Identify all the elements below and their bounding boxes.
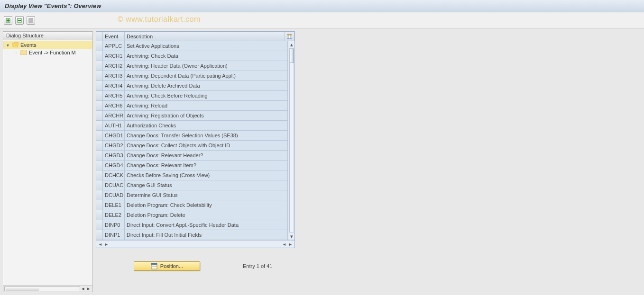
cell-description: Deletion Program: Delete (125, 210, 288, 220)
expand-subtree-icon (6, 18, 10, 23)
table-row[interactable]: CHGD2 Change Docs: Collect Objects with … (96, 141, 288, 151)
position-icon (151, 263, 157, 269)
toolbar-button-3[interactable] (27, 16, 35, 25)
cell-event: CHGD1 (103, 131, 125, 140)
table-row[interactable]: DCUAD Determine GUI Status (96, 190, 288, 200)
cell-event: DCUAD (103, 190, 125, 200)
row-selector[interactable] (96, 81, 103, 90)
cell-event: ARCH3 (103, 71, 125, 80)
dialog-structure-header: Dialog Structure (3, 32, 92, 40)
column-header-description[interactable]: Description (125, 32, 285, 41)
cell-description: Deletion Program: Check Deletability (125, 200, 288, 210)
tree-node-event-function[interactable]: · Event -> Function M (3, 49, 92, 56)
row-selector[interactable] (96, 151, 103, 160)
scroll-right-icon[interactable]: ▸ (103, 241, 110, 247)
row-selector[interactable] (96, 220, 103, 230)
cell-event: ARCH6 (103, 101, 125, 110)
row-selector[interactable] (96, 61, 103, 71)
application-toolbar: © www.tutorialkart.com (0, 12, 644, 28)
position-button-label: Position... (160, 263, 183, 269)
table-row[interactable]: AUTH1 Authorization Checks (96, 121, 288, 131)
row-selector[interactable] (96, 111, 103, 120)
dialog-structure-panel: Dialog Structure ▾ Events · Event -> Fun… (3, 31, 93, 292)
cell-description: Change Docs: Transfer Selection Values (… (125, 131, 288, 140)
cell-event: APPLC (103, 41, 125, 51)
cell-event: ARCH1 (103, 51, 125, 61)
table-row[interactable]: CHGD3 Change Docs: Relevant Header? (96, 151, 288, 161)
table-row[interactable]: ARCHR Archiving: Registration of Objects (96, 111, 288, 121)
folder-closed-icon (20, 50, 27, 56)
cell-event: CHGD4 (103, 161, 125, 170)
table-row[interactable]: CHGD1 Change Docs: Transfer Selection Va… (96, 131, 288, 141)
table-vertical-scrollbar[interactable]: ▴ ▾ (288, 41, 294, 240)
table-config-button[interactable] (285, 32, 294, 41)
row-selector[interactable] (96, 180, 103, 190)
table-settings-icon (287, 33, 292, 40)
table-row[interactable]: ARCH1 Archiving: Check Data (96, 51, 288, 61)
table-row[interactable]: ARCH3 Archiving: Dependent Data (Partici… (96, 71, 288, 81)
cell-event: AUTH1 (103, 121, 125, 130)
table-row[interactable]: ARCH6 Archiving: Reload (96, 101, 288, 111)
row-selector[interactable] (96, 210, 103, 220)
position-button[interactable]: Position... (134, 261, 200, 271)
scroll-right-icon[interactable]: ▸ (287, 241, 294, 247)
cell-description: Change Docs: Relevant Header? (125, 151, 288, 160)
table-row[interactable]: APPLC Set Active Applications (96, 41, 288, 51)
svg-rect-4 (18, 20, 21, 21)
tree-expand-icon[interactable]: ▾ (5, 43, 10, 48)
watermark-text: © www.tutorialkart.com (118, 15, 201, 24)
table-row[interactable]: DELE1 Deletion Program: Check Deletabili… (96, 200, 288, 210)
scroll-left-icon[interactable]: ◂ (80, 286, 86, 292)
cell-event: ARCH4 (103, 81, 125, 90)
cell-description: Change GUI Status (125, 180, 288, 190)
table-row[interactable]: DINP0 Direct Input: Convert Appl.-Specif… (96, 220, 288, 230)
table-horizontal-scrollbar[interactable]: ◂ ▸ ◂ ▸ (96, 240, 294, 248)
cell-description: Archiving: Registration of Objects (125, 111, 288, 120)
row-selector[interactable] (96, 91, 103, 100)
row-selector[interactable] (96, 131, 103, 140)
table-row[interactable]: DELE2 Deletion Program: Delete (96, 210, 288, 220)
table-row[interactable]: ARCH5 Archiving: Check Before Reloading (96, 91, 288, 101)
cell-description: Archiving: Reload (125, 101, 288, 110)
cell-description: Archiving: Check Data (125, 51, 288, 61)
table-row[interactable]: ARCH2 Archiving: Header Data (Owner Appl… (96, 61, 288, 71)
row-selector-header[interactable] (96, 32, 103, 41)
cell-event: DINP0 (103, 220, 125, 230)
row-selector[interactable] (96, 101, 103, 110)
table-row[interactable]: ARCH4 Archiving: Delete Archived Data (96, 81, 288, 91)
scroll-left-icon[interactable]: ◂ (97, 241, 103, 247)
tree-node-events[interactable]: ▾ Events (3, 41, 92, 49)
table-row[interactable]: DCUAC Change GUI Status (96, 180, 288, 190)
tree-horizontal-scrollbar[interactable]: ◂ ▸ (3, 285, 92, 292)
row-selector[interactable] (96, 200, 103, 210)
scroll-left-icon[interactable]: ◂ (281, 241, 287, 247)
row-selector[interactable] (96, 141, 103, 150)
cell-event: CHGD2 (103, 141, 125, 150)
row-selector[interactable] (96, 51, 103, 61)
scroll-up-icon[interactable]: ▴ (289, 41, 294, 48)
cell-event: DCUAC (103, 180, 125, 190)
scroll-down-icon[interactable]: ▾ (289, 233, 294, 240)
svg-rect-2 (8, 19, 9, 22)
cell-description: Direct Input: Convert Appl.-Specific Hea… (125, 220, 288, 230)
events-table: Event Description APPLC Set Active Appli… (96, 31, 295, 248)
cell-event: DCHCK (103, 170, 125, 180)
row-selector[interactable] (96, 161, 103, 170)
toolbar-button-1[interactable] (4, 16, 12, 25)
table-row[interactable]: DCHCK Checks Before Saving (Cross-View) (96, 170, 288, 180)
table-row[interactable]: CHGD4 Change Docs: Relevant Item? (96, 161, 288, 170)
row-selector[interactable] (96, 170, 103, 180)
row-selector[interactable] (96, 41, 103, 51)
collapse-subtree-icon (17, 18, 22, 23)
row-selector[interactable] (96, 71, 103, 80)
toolbar-button-2[interactable] (15, 16, 24, 25)
column-header-event[interactable]: Event (103, 32, 125, 41)
cell-description: Authorization Checks (125, 121, 288, 130)
row-selector[interactable] (96, 190, 103, 200)
row-selector[interactable] (96, 121, 103, 130)
cell-description: Checks Before Saving (Cross-View) (125, 170, 288, 180)
table-row[interactable]: DINP1 Direct Input: Fill Out Initial Fie… (96, 230, 288, 240)
row-selector[interactable] (96, 230, 103, 240)
scroll-right-icon[interactable]: ▸ (86, 286, 92, 292)
svg-rect-14 (151, 263, 157, 265)
